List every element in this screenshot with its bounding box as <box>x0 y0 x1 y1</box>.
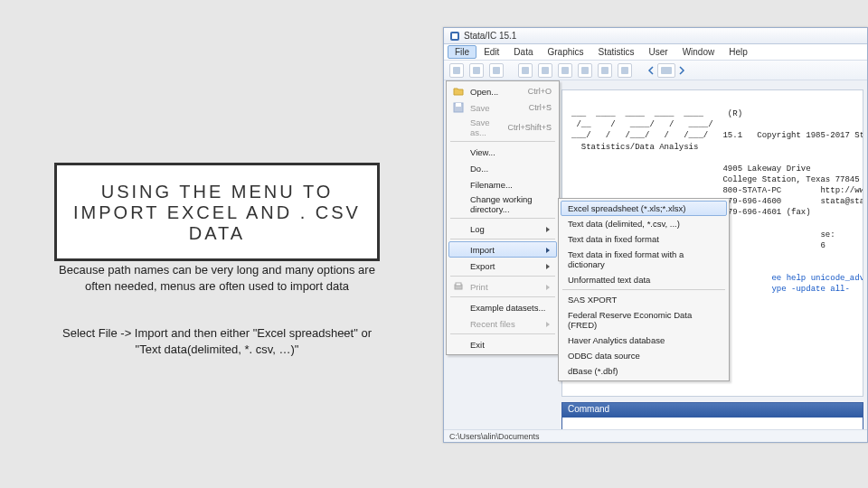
statusbar: C:\Users\alin\Documents <box>444 429 867 442</box>
import-fred[interactable]: Federal Reserve Economic Data (FRED) <box>561 307 727 333</box>
svg-rect-5 <box>456 283 461 286</box>
dd-filename[interactable]: Filename... <box>448 176 557 192</box>
dd-sep <box>450 296 555 297</box>
dd-example-datasets[interactable]: Example datasets... <box>448 299 557 315</box>
fo-sep <box>562 289 725 290</box>
menu-edit[interactable]: Edit <box>476 45 506 59</box>
pager-prev-icon[interactable] <box>646 66 656 75</box>
import-submenu: Excel spreadsheet (*.xls;*.xlsx) Text da… <box>558 198 730 381</box>
toolbar-do-editor-icon[interactable] <box>578 63 592 78</box>
slide-title-box: USING THE MENU TO IMPORT EXCEL AND . CSV… <box>54 163 380 261</box>
import-dbase[interactable]: dBase (*.dbf) <box>561 363 727 379</box>
titlebar: Stata/IC 15.1 <box>444 28 867 44</box>
toolbar-break-icon[interactable] <box>657 63 675 78</box>
dd-save-as[interactable]: Save as... Ctrl+Shift+S <box>448 116 557 139</box>
toolbar-data-editor-icon[interactable] <box>598 63 612 78</box>
toolbar-open-icon[interactable] <box>449 63 464 78</box>
addr4: 979-696-4600 stata@stata. <box>722 197 863 206</box>
chevron-right-icon <box>544 246 552 253</box>
dd-sep <box>450 239 555 239</box>
toolbar-print-icon[interactable] <box>489 63 504 78</box>
import-odbc[interactable]: ODBC data source <box>561 348 727 363</box>
advice2: ype -update all- <box>771 285 849 294</box>
open-icon <box>452 85 465 98</box>
menu-data[interactable]: Data <box>506 45 540 59</box>
toolbar-save-icon[interactable] <box>469 63 484 78</box>
dd-export[interactable]: Export <box>448 258 557 274</box>
svg-rect-1 <box>452 33 458 39</box>
menu-window[interactable]: Window <box>675 45 722 59</box>
import-haver[interactable]: Haver Analytics database <box>561 333 727 348</box>
dd-import[interactable]: Import <box>448 241 557 258</box>
dd-print[interactable]: Print <box>448 278 557 295</box>
advice1: ee help unicode_advice. <box>771 274 863 283</box>
stata-window: Stata/IC 15.1 File Edit Data Graphics St… <box>443 27 868 443</box>
stata-icon <box>449 31 460 42</box>
command-title: Command <box>562 403 863 418</box>
note-user: se: <box>820 230 835 239</box>
chevron-right-icon <box>544 262 552 269</box>
pager-next-icon[interactable] <box>677 66 686 75</box>
import-delimited[interactable]: Text data (delimited, *.csv, ...) <box>561 216 727 231</box>
workspace: ___ ____ ____ ____ ____ (R) /__ / ____/ … <box>444 80 867 429</box>
dd-sep <box>450 218 555 219</box>
status-cwd: C:\Users\alin\Documents <box>449 432 540 441</box>
dd-exit[interactable]: Exit <box>448 336 557 352</box>
logo-line1: ___ ____ ____ ____ ____ <box>571 109 703 118</box>
toolbar-graph-icon[interactable] <box>558 63 572 78</box>
menu-graphics[interactable]: Graphics <box>540 45 590 59</box>
slide-paragraph-2: Select File -> Import and then either "E… <box>54 325 380 357</box>
logo-r: (R) <box>728 109 742 118</box>
menu-statistics[interactable]: Statistics <box>591 45 642 59</box>
import-unformatted[interactable]: Unformatted text data <box>561 272 727 287</box>
file-dropdown: Open... Ctrl+O Save Ctrl+S Save as... Ct… <box>446 80 560 355</box>
import-sas[interactable]: SAS XPORT <box>561 292 727 307</box>
note-serial: 6 <box>820 241 825 250</box>
menubar: File Edit Data Graphics Statistics User … <box>444 44 867 61</box>
toolbar-data-browser-icon[interactable] <box>618 63 632 78</box>
toolbar-log-icon[interactable] <box>518 63 533 78</box>
slide-paragraph-1: Because path names can be very long and … <box>54 262 380 294</box>
chevron-right-icon <box>544 320 552 327</box>
toolbar-pager[interactable] <box>646 63 686 78</box>
dd-save[interactable]: Save Ctrl+S <box>448 99 557 116</box>
import-fixed-dict[interactable]: Text data in fixed format with a diction… <box>561 247 727 272</box>
app-title: Stata/IC 15.1 <box>464 31 516 41</box>
logo-line4: Statistics/Data Analysis <box>571 143 698 152</box>
addr3: 800-STATA-PC http://www.s <box>722 186 863 195</box>
save-icon <box>452 101 465 114</box>
dd-cwd[interactable]: Change working directory... <box>448 192 557 216</box>
dd-sep <box>450 141 555 142</box>
toolbar-viewer-icon[interactable] <box>538 63 552 78</box>
print-icon <box>452 280 465 293</box>
dd-sep <box>450 333 555 334</box>
svg-rect-3 <box>456 103 461 107</box>
menu-file[interactable]: File <box>448 45 476 59</box>
chevron-right-icon <box>544 225 552 232</box>
slide-title: USING THE MENU TO IMPORT EXCEL AND . CSV… <box>66 182 368 244</box>
dd-view[interactable]: View... <box>448 144 557 160</box>
addr5: 979-696-4601 (fax) <box>722 208 810 217</box>
dd-open[interactable]: Open... Ctrl+O <box>448 83 557 99</box>
dd-recent-files[interactable]: Recent files <box>448 315 557 332</box>
dd-sep <box>450 276 555 277</box>
menu-user[interactable]: User <box>642 45 675 59</box>
logo-line3: ___/ / /___/ / /___/ 15.1 Copyright 1985… <box>571 131 863 140</box>
import-excel[interactable]: Excel spreadsheet (*.xls;*.xlsx) <box>561 201 727 216</box>
toolbar <box>444 61 867 80</box>
logo-line2: /__ / ____/ / ____/ <box>571 120 713 129</box>
chevron-right-icon <box>544 283 552 290</box>
dd-do[interactable]: Do... <box>448 160 557 176</box>
import-fixed[interactable]: Text data in fixed format <box>561 231 727 247</box>
dd-log[interactable]: Log <box>448 221 557 237</box>
addr1: 4905 Lakeway Drive <box>722 164 810 174</box>
addr2: College Station, Texas 77845 USA <box>722 175 863 184</box>
menu-help[interactable]: Help <box>722 45 755 59</box>
